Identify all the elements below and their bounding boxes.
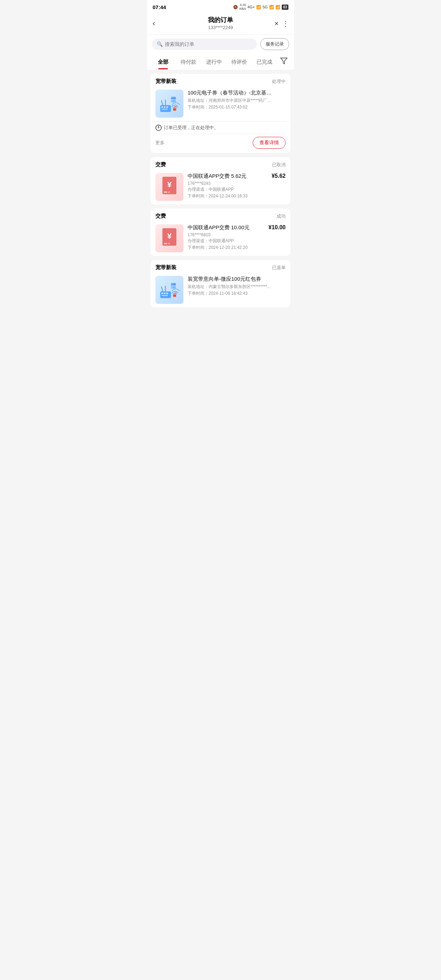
svg-rect-2 xyxy=(161,107,163,108)
order-header-4: 宽带新装 已退单 xyxy=(151,260,290,274)
svg-rect-30 xyxy=(173,295,177,297)
svg-text:¥: ¥ xyxy=(167,180,172,189)
order-time-2: 下单时间：2024-12-24 00:18:33 xyxy=(188,193,286,199)
close-button[interactable]: × xyxy=(274,20,279,28)
tab-pending-review[interactable]: 待评价 xyxy=(226,54,252,69)
svg-marker-0 xyxy=(281,58,287,64)
svg-text:¥: ¥ xyxy=(167,232,172,240)
svg-rect-1 xyxy=(160,105,171,112)
search-area: 🔍 服务记录 xyxy=(147,35,294,54)
svg-rect-11 xyxy=(172,98,172,99)
order-thumb-1 xyxy=(155,90,183,118)
svg-rect-12 xyxy=(172,101,172,102)
svg-line-28 xyxy=(161,287,163,291)
svg-rect-5 xyxy=(161,109,168,110)
svg-rect-23 xyxy=(160,291,171,298)
order-type-1: 宽带新装 xyxy=(155,78,177,85)
service-record-button[interactable]: 服务记录 xyxy=(260,38,289,50)
header-title-group: 我的订单 133****2249 xyxy=(164,16,277,30)
svg-rect-9 xyxy=(171,97,176,99)
tab-in-progress[interactable]: 进行中 xyxy=(201,54,226,69)
order-content-1: 100元电子券（春节活动）-北京基… 装机地址：河南郑州市中原区中原*****药… xyxy=(151,88,290,121)
order-thumb-3: ¥ xyxy=(155,224,183,252)
order-phone-3: 176****6810 xyxy=(188,232,286,237)
order-info-4: 装宽带意向单-微应100元红包券 装机地址：内蒙古鄂尔多斯东胜区********… xyxy=(188,276,286,297)
svg-rect-22 xyxy=(168,243,170,244)
svg-rect-26 xyxy=(166,293,168,294)
network-speed: 0.20 KB/s xyxy=(239,3,246,11)
order-status-1: 处理中 xyxy=(272,78,286,85)
more-options-button[interactable]: ⋮ xyxy=(282,19,289,28)
page-title: 我的订单 xyxy=(164,16,277,24)
order-name-3: 中国联通APP交费 10.00元 xyxy=(188,224,269,231)
order-content-4: 装宽带意向单-微应100元红包券 装机地址：内蒙古鄂尔多斯东胜区********… xyxy=(151,274,290,307)
filter-button[interactable] xyxy=(277,54,290,70)
more-link-1[interactable]: 更多 xyxy=(155,140,164,146)
tab-pending-payment[interactable]: 待付款 xyxy=(176,54,201,69)
order-address-1: 装机地址：河南郑州市中原区中原*****药厂… xyxy=(188,98,286,103)
svg-rect-4 xyxy=(166,107,168,108)
svg-rect-32 xyxy=(171,286,176,289)
network-5g-icon: 5G xyxy=(263,5,268,9)
search-input-wrap[interactable]: 🔍 xyxy=(152,38,257,50)
back-button[interactable]: ‹ xyxy=(153,19,155,28)
order-card-3: 交费 成功 ¥ 中国联通APP交费 10.00元 ¥10.00 176****6… xyxy=(151,208,290,256)
svg-rect-17 xyxy=(168,191,170,193)
status-message-1: 订单已受理，正在处理中。 xyxy=(164,125,218,131)
svg-rect-3 xyxy=(164,107,165,108)
order-card-4: 宽带新装 已退单 装宽带意向单-微应10 xyxy=(151,260,290,307)
order-content-2: ¥ 中国联通APP交费 5.62元 ¥5.62 176****6243 办理渠道… xyxy=(151,171,290,204)
account-number: 133****2249 xyxy=(164,25,277,30)
order-name-1: 100元电子券（春节活动）-北京基… xyxy=(188,90,286,96)
svg-line-6 xyxy=(161,101,163,105)
detail-button-1[interactable]: 查看详情 xyxy=(253,137,286,149)
order-type-2: 交费 xyxy=(155,161,166,168)
status-icons: 🔕 0.20 KB/s 4G+ 📶 5G 📶 📶 83 xyxy=(233,3,288,11)
search-input[interactable] xyxy=(165,41,252,47)
battery-icon: 83 xyxy=(282,5,288,10)
order-channel-2: 办理渠道：中国联通APP xyxy=(188,186,286,192)
signal-bar-icon: 📶 xyxy=(256,5,261,10)
order-type-4: 宽带新装 xyxy=(155,264,177,271)
order-header-2: 交费 已取消 xyxy=(151,157,290,171)
status-bar: 07:44 🔕 0.20 KB/s 4G+ 📶 5G 📶 📶 83 xyxy=(147,0,294,13)
svg-rect-27 xyxy=(161,295,168,296)
svg-rect-34 xyxy=(172,287,172,288)
mute-icon: 🔕 xyxy=(233,5,238,10)
order-channel-3: 办理渠道：中国联通APP xyxy=(188,238,286,244)
order-address-4: 装机地址：内蒙古鄂尔多斯东胜区**********… xyxy=(188,284,286,290)
order-info-1: 100元电子券（春节活动）-北京基… 装机地址：河南郑州市中原区中原*****药… xyxy=(188,90,286,111)
order-status-3: 成功 xyxy=(277,213,286,220)
order-time-4: 下单时间：2024-11-06 18:42:43 xyxy=(188,291,286,296)
svg-rect-16 xyxy=(164,191,167,193)
order-time-3: 下单时间：2024-12-20 21:42:20 xyxy=(188,245,286,251)
tab-completed[interactable]: 已完成 xyxy=(252,54,277,69)
status-time: 07:44 xyxy=(153,4,166,10)
svg-rect-21 xyxy=(164,243,167,244)
signal-bar2-icon: 📶 xyxy=(269,5,274,10)
order-info-3: 中国联通APP交费 10.00元 ¥10.00 176****6810 办理渠道… xyxy=(188,224,286,251)
order-status-line-1: 订单已受理，正在处理中。 xyxy=(151,121,290,134)
svg-rect-24 xyxy=(161,293,163,294)
order-phone-2: 176****6243 xyxy=(188,181,286,186)
tabs-bar: 全部 待付款 进行中 待评价 已完成 xyxy=(147,54,294,70)
order-price-3: ¥10.00 xyxy=(269,224,286,231)
order-time-1: 下单时间：2025-01-15 07:43:02 xyxy=(188,104,286,110)
order-header-1: 宽带新装 处理中 xyxy=(151,74,290,88)
order-type-3: 交费 xyxy=(155,213,166,220)
order-info-2: 中国联通APP交费 5.62元 ¥5.62 176****6243 办理渠道：中… xyxy=(188,173,286,200)
svg-rect-33 xyxy=(172,284,172,285)
clock-icon-1 xyxy=(155,125,162,131)
order-card-2: 交费 已取消 ¥ 中国联通APP交费 5.62元 ¥5.62 176****62… xyxy=(151,157,290,204)
svg-rect-10 xyxy=(171,100,176,103)
order-thumb-4 xyxy=(155,276,183,304)
tab-all[interactable]: 全部 xyxy=(151,54,176,69)
order-content-3: ¥ 中国联通APP交费 10.00元 ¥10.00 176****6810 办理… xyxy=(151,222,290,256)
search-icon: 🔍 xyxy=(157,41,163,47)
order-card-1: 宽带新装 处理中 xyxy=(151,74,290,153)
order-name-2: 中国联通APP交费 5.62元 xyxy=(188,173,272,180)
network-4g-icon: 4G+ xyxy=(247,5,255,9)
svg-rect-8 xyxy=(173,108,177,111)
order-price-2: ¥5.62 xyxy=(272,173,286,179)
wifi-icon: 📶 xyxy=(275,5,280,10)
